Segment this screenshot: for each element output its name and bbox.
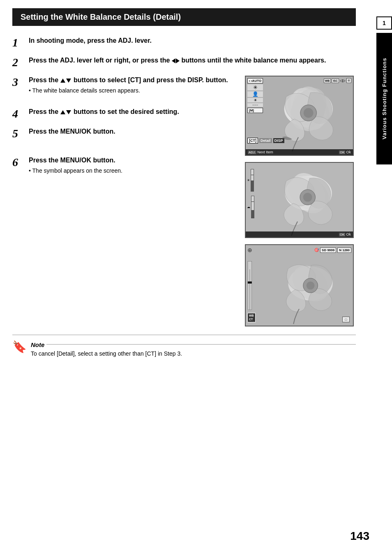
note-content: Note To cancel [Detail], select a settin… [31,341,356,357]
auto-item: ••AUTO [247,78,263,83]
step-6-subnote: • The symbol appears on the screen. [29,167,237,175]
note-text: To cancel [Detail], select a setting oth… [31,350,356,357]
step-3-subnote-text: • The white balance details screen appea… [29,87,140,94]
bottom-right-icon: □ [342,317,350,322]
ok-label-1: OKOk [339,150,351,154]
side-tab: Various Shooting Functions [376,33,392,164]
side-tab-text: Various Shooting Functions [381,58,387,140]
flower-svg-3 [246,245,353,326]
tri-up-icon-4 [60,110,65,114]
tri-up-icon-3 [60,79,65,83]
step-6-text: Press the MENU/OK button. [29,157,115,164]
lr-arrows [172,58,180,63]
page-number: 143 [350,530,369,543]
disp-tag: DISP [273,138,284,143]
adj-bar-1: ☀ [247,169,254,192]
side-tab-number-text: 1 [383,20,386,26]
tri-down-icon-4 [66,110,71,114]
step-6-row: 6 Press the MENU/OK button. • The symbol… [12,156,237,175]
step-3-subnote: • The white balance details screen appea… [29,87,237,95]
flower-svg-2 [246,163,353,238]
cam-icon: 🎯 [314,248,319,252]
bar-2 [251,196,254,218]
arrow-icon: ◁▷ [340,79,346,83]
page-title: Setting the White Balance Details (Detai… [21,12,181,21]
grid-icon: ⊞ [346,78,351,83]
right-col: ••AUTO ✳ 👤 ☀ ~~~ [M] WB ISC ◁▷ ⊞ [245,76,356,326]
step-2-content: Press the ADJ. lever left or right, or p… [29,56,356,65]
wb-ct-badge: WBCT [247,313,256,322]
ct-row: [CT] Detail DISP [247,138,284,143]
adj-bar-2: ☁ [247,196,254,218]
main-content: Setting the White Balance Details (Detai… [0,0,376,365]
step-1-text: In shooting mode, press the ADJ. lever. [29,37,152,44]
step-6-number: 6 [12,156,29,168]
screen1-top-icons: WB ISC ◁▷ ⊞ [324,78,351,83]
step-3-row: 3 Press the buttons to select [CT] and p… [12,76,237,95]
step-6-subnote-text: • The symbol appears on the screen. [29,167,122,174]
step-4-number: 4 [12,107,29,120]
step-2-row: 2 Press the ADJ. lever left or right, or… [12,56,356,68]
adj-next-item: ADJ.Next Item [248,150,273,154]
ok-label-2: OKOk [339,232,351,236]
adj-bars-container: ☀ ☁ [247,169,254,218]
step-2-number: 2 [12,56,29,68]
left-col: 3 Press the buttons to select [CT] and p… [12,76,237,326]
tri-left-icon [172,58,175,63]
screen3-top-bar: ⊕ 🎯 SD 9999 N 1280 [247,247,351,253]
step-3-number: 3 [12,76,29,88]
sd-label: SD 9999 [320,248,336,253]
note-title-line: Note [31,341,356,348]
step-5-number: 5 [12,127,29,139]
n-label: N 1280 [337,248,351,253]
step-1-content: In shooting mode, press the ADJ. lever. [29,36,356,45]
page-container: 1 Various Shooting Functions Setting the… [0,0,392,553]
svg-point-13 [303,193,312,202]
auto-label: •AUTO [251,79,261,83]
step-6-content: Press the MENU/OK button. • The symbol a… [29,156,237,175]
camera-screen-3: ⊕ 🎯 SD 9999 N 1280 WBCT □ [245,244,354,326]
two-col-section: 3 Press the buttons to select [CT] and p… [12,76,356,326]
screen1-bottom-bar: ADJ.Next Item OKOk [246,149,353,155]
screen3-right-icons: 🎯 SD 9999 N 1280 [314,248,351,253]
screen1-left-menu: ••AUTO ✳ 👤 ☀ ~~~ [M] [247,78,263,113]
detail-tag: Detail [259,138,272,143]
svg-point-7 [304,108,314,118]
step-5-text: Press the MENU/OK button. [29,128,115,135]
note-icon: 🔖 [12,340,27,354]
page-number-text: 143 [350,530,369,542]
note-section: 🔖 Note To cancel [Detail], select a sett… [12,335,356,357]
step-4-content: Press the buttons to set the desired set… [29,107,237,116]
wb-icon: WB [324,79,331,83]
tri-right-icon [176,58,180,63]
step-4-row: 4 Press the buttons to set the desired s… [12,107,237,120]
title-bar: Setting the White Balance Details (Detai… [12,8,356,26]
note-dashes [46,344,356,345]
ct-tag: [CT] [247,138,258,143]
svg-point-18 [307,282,315,290]
m-item: [M] [247,108,263,113]
step-1-number: 1 [12,36,29,49]
isc-icon: ISC [332,79,339,83]
bar-1 [251,169,254,192]
side-number: 1 [376,16,392,30]
camera-screen-1: ••AUTO ✳ 👤 ☀ ~~~ [M] WB ISC ◁▷ ⊞ [245,76,354,156]
step-3-content: Press the buttons to select [CT] and pre… [29,76,237,95]
note-label: Note [31,341,44,348]
wifi-icon: ⊕ [247,247,252,253]
step-5-content: Press the MENU/OK button. [29,127,237,136]
screen2-bottom-bar: OKOk [246,231,353,237]
camera-screen-2: ☀ ☁ [245,162,354,238]
step-5-row: 5 Press the MENU/OK button. [12,127,237,139]
tri-down-icon-3 [66,79,71,83]
step-1-row: 1 In shooting mode, press the ADJ. lever… [12,36,356,49]
